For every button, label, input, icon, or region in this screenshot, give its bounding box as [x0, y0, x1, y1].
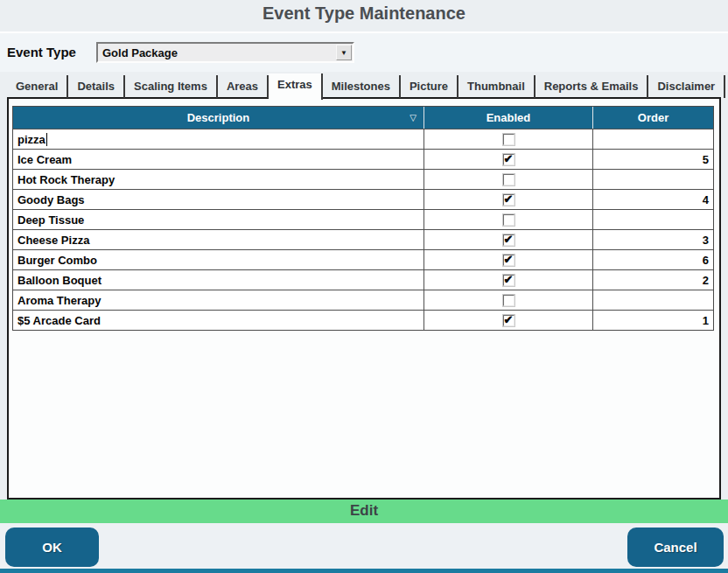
order-cell[interactable] [593, 129, 713, 149]
text-cursor [46, 133, 47, 146]
description-text: Ice Cream [18, 153, 72, 166]
ok-button[interactable]: OK [5, 528, 99, 567]
table-header-row: Description ▽ Enabled Order [13, 107, 713, 129]
tab-disclaimer[interactable]: Disclaimer [648, 75, 725, 98]
description-text: Hot Rock Therapy [18, 173, 115, 186]
checkbox-unchecked[interactable]: ✔ [503, 214, 514, 226]
table-row[interactable]: Aroma Therapy✔ [13, 290, 713, 310]
tab-details[interactable]: Details [68, 75, 125, 98]
tab-extras[interactable]: Extras [269, 73, 323, 100]
event-type-label: Event Type [7, 33, 76, 72]
enabled-cell: ✔ [424, 290, 593, 310]
description-text: Goody Bags [18, 193, 85, 206]
checkmark-icon: ✔ [504, 313, 514, 326]
checkbox-checked[interactable]: ✔ [503, 315, 514, 326]
checkmark-icon: ✔ [504, 253, 514, 266]
enabled-cell: ✔ [424, 250, 593, 269]
checkbox-checked[interactable]: ✔ [503, 275, 514, 286]
tab-thumbnail[interactable]: Thumbnail [458, 75, 536, 98]
footer-bar: OK Cancel [0, 523, 728, 569]
table-row[interactable]: Ice Cream✔5 [13, 149, 713, 169]
description-cell[interactable]: Aroma Therapy [13, 290, 424, 310]
tab-reports-emails[interactable]: Reports & Emails [536, 75, 649, 98]
column-header-enabled-label: Enabled [486, 111, 531, 124]
checkbox-checked[interactable]: ✔ [503, 234, 514, 246]
description-cell[interactable]: Hot Rock Therapy [13, 170, 424, 189]
checkmark-icon: ✔ [504, 152, 514, 165]
description-text: Cheese Pizza [18, 234, 89, 247]
window-bottom-border [0, 569, 728, 573]
column-header-description-label: Description [187, 111, 250, 124]
event-type-panel: Event Type Gold Package ▼ [0, 31, 728, 72]
page-title: Event Type Maintenance [0, 3, 728, 24]
checkbox-checked[interactable]: ✔ [503, 194, 514, 206]
tab-picture[interactable]: Picture [401, 75, 458, 98]
sort-descending-icon: ▽ [410, 113, 416, 122]
description-cell[interactable]: $5 Arcade Card [13, 311, 424, 330]
enabled-cell: ✔ [424, 129, 593, 149]
description-text: Burger Combo [18, 254, 97, 267]
order-cell[interactable]: 3 [593, 230, 713, 249]
tab-milestones[interactable]: Milestones [323, 75, 401, 98]
enabled-cell: ✔ [424, 210, 593, 229]
enabled-cell: ✔ [424, 311, 593, 330]
column-header-description[interactable]: Description ▽ [13, 107, 424, 129]
enabled-cell: ✔ [424, 170, 593, 189]
extras-table: Description ▽ Enabled Order pizza✔Ice Cr… [12, 106, 714, 331]
checkbox-unchecked[interactable]: ✔ [503, 174, 514, 185]
chevron-down-icon[interactable]: ▼ [336, 45, 352, 60]
column-header-order[interactable]: Order [593, 107, 713, 129]
enabled-cell: ✔ [424, 150, 593, 169]
description-cell[interactable]: Deep Tissue [13, 210, 424, 229]
order-cell[interactable] [593, 170, 713, 189]
description-cell[interactable]: Ice Cream [13, 150, 424, 169]
enabled-cell: ✔ [424, 190, 593, 209]
description-cell[interactable]: Goody Bags [13, 190, 424, 209]
edit-button-bar[interactable]: Edit [0, 500, 728, 523]
tab-areas[interactable]: Areas [218, 75, 269, 98]
table-row[interactable]: pizza✔ [13, 129, 713, 149]
description-cell[interactable]: Balloon Boquet [13, 270, 424, 290]
table-row[interactable]: Hot Rock Therapy✔ [13, 169, 713, 189]
order-cell[interactable]: 4 [593, 190, 713, 209]
description-text: Deep Tissue [18, 213, 84, 227]
description-cell[interactable]: Cheese Pizza [13, 230, 424, 249]
checkmark-icon: ✔ [504, 273, 514, 286]
checkmark-icon: ✔ [504, 192, 514, 206]
order-cell[interactable]: 6 [593, 250, 713, 269]
checkbox-checked[interactable]: ✔ [503, 255, 514, 266]
order-cell[interactable]: 2 [593, 270, 713, 290]
tab-content-panel: Description ▽ Enabled Order pizza✔Ice Cr… [7, 97, 721, 500]
checkbox-checked[interactable]: ✔ [503, 154, 514, 165]
tab-bar: GeneralDetailsScaling ItemsAreasExtrasMi… [7, 73, 721, 98]
checkmark-icon: ✔ [504, 233, 514, 246]
order-cell[interactable] [593, 210, 713, 229]
table-row[interactable]: $5 Arcade Card✔1 [13, 310, 713, 330]
order-cell[interactable]: 1 [593, 311, 713, 330]
order-cell[interactable]: 5 [593, 150, 713, 169]
event-type-dropdown[interactable]: Gold Package ▼ [96, 42, 354, 63]
column-header-enabled[interactable]: Enabled [424, 107, 593, 129]
column-header-order-label: Order [638, 111, 668, 124]
enabled-cell: ✔ [424, 230, 593, 249]
table-row[interactable]: Deep Tissue✔ [13, 209, 713, 229]
description-text: $5 Arcade Card [18, 314, 101, 327]
table-row[interactable]: Balloon Boquet✔2 [13, 269, 713, 290]
table-body: pizza✔Ice Cream✔5Hot Rock Therapy✔Goody … [13, 129, 713, 330]
description-text: Balloon Boquet [18, 274, 102, 287]
description-text: Aroma Therapy [18, 294, 101, 307]
description-cell[interactable]: Burger Combo [13, 250, 424, 269]
cancel-button[interactable]: Cancel [627, 528, 724, 567]
description-text: pizza [18, 133, 46, 146]
tab-general[interactable]: General [7, 75, 68, 98]
checkbox-unchecked[interactable]: ✔ [503, 134, 514, 145]
description-cell[interactable]: pizza [13, 129, 424, 149]
table-row[interactable]: Goody Bags✔4 [13, 189, 713, 209]
enabled-cell: ✔ [424, 270, 593, 290]
tab-scaling-items[interactable]: Scaling Items [125, 75, 218, 98]
table-row[interactable]: Cheese Pizza✔3 [13, 229, 713, 249]
table-row[interactable]: Burger Combo✔6 [13, 249, 713, 269]
event-type-dropdown-value: Gold Package [98, 46, 336, 59]
order-cell[interactable] [593, 290, 713, 310]
checkbox-unchecked[interactable]: ✔ [503, 295, 514, 306]
